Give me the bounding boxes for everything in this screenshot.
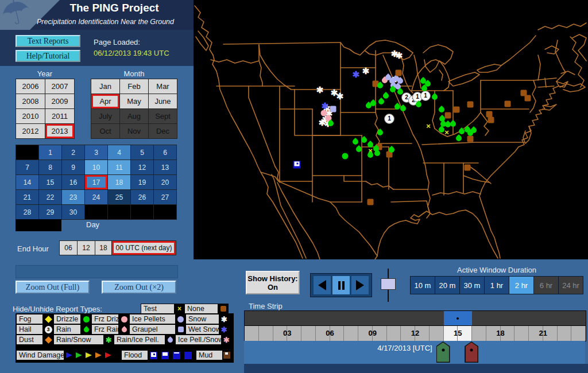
legend-label-wind-damage[interactable]: Wind Damage [17, 351, 64, 360]
strip-hour-cell-1[interactable] [259, 326, 273, 341]
strip-hour-cell-23[interactable] [571, 326, 586, 341]
year-cell-2008[interactable]: 2008 [16, 94, 45, 108]
legend-icon-cell-ice-pellets[interactable] [176, 314, 185, 324]
day-cell-13[interactable]: 13 [154, 160, 176, 174]
year-cell-2009[interactable]: 2009 [45, 94, 74, 108]
strip-hour-cell-6[interactable] [330, 326, 345, 341]
month-cell-feb[interactable]: Feb [120, 79, 148, 94]
legend-icon-cell-snow[interactable]: ✱ [219, 314, 229, 324]
strip-hour-cell-22[interactable] [558, 326, 572, 341]
day-cell-25[interactable]: 25 [108, 190, 130, 204]
legend-icon-cell-rain-ice[interactable] [165, 335, 175, 344]
strip-hour-cell-16[interactable] [472, 326, 486, 341]
year-cell-2007[interactable]: 2007 [45, 79, 74, 94]
legend-icon-cell-hail[interactable]: 3 [43, 325, 53, 334]
legend-icon-cell-flag-yellow[interactable] [84, 351, 93, 360]
legend-icon-cell-wet-snow[interactable]: ✱ [219, 325, 229, 334]
strip-hour-cell-10[interactable] [387, 326, 401, 341]
strip-hour-cell-14[interactable] [444, 326, 458, 341]
strip-hour-cell-7[interactable] [344, 326, 358, 341]
speed-slider-handle[interactable] [381, 278, 396, 290]
day-cell-26[interactable]: 26 [131, 190, 153, 204]
year-cell-2010[interactable]: 2010 [16, 109, 45, 123]
strip-hour-cell-3[interactable] [287, 326, 301, 341]
day-cell-30[interactable]: 30 [62, 205, 84, 219]
legend-label-mud[interactable]: Mud [196, 351, 222, 360]
day-cell-10[interactable]: 10 [85, 160, 107, 174]
legend-label-rain-snow[interactable]: Rain/Snow [54, 335, 103, 344]
show-history-button[interactable]: Show History: On [246, 271, 300, 294]
legend-icon-cell-test[interactable]: × [175, 304, 184, 313]
strip-hour-cell-5[interactable] [316, 326, 330, 341]
strip-hour-cell-21[interactable] [543, 326, 558, 341]
day-cell-11[interactable]: 11 [108, 160, 130, 174]
legend-label-frz-driz[interactable]: Frz Driz [92, 314, 118, 324]
month-cell-may[interactable]: May [120, 94, 148, 108]
zoom-out-full-button[interactable]: Zoom Out (Full) [16, 281, 90, 294]
strip-hour-cell-9[interactable] [373, 326, 387, 341]
end-hour-option-12[interactable]: 12 [78, 241, 95, 255]
legend-icon-cell-flag-red[interactable] [103, 351, 113, 360]
legend-icon-cell-drizzle[interactable] [81, 314, 91, 324]
day-cell-1[interactable]: 1 [39, 145, 61, 160]
awd-option-10m[interactable]: 10 m [411, 277, 435, 294]
day-cell-16[interactable]: 16 [62, 175, 84, 189]
legend-label-wet-snow[interactable]: Wet Snow [186, 325, 219, 334]
day-cell-14[interactable]: 14 [16, 175, 38, 189]
legend-icon-cell-frz-driz[interactable] [119, 314, 129, 324]
legend-label-frz-rain[interactable]: Frz Rain [92, 325, 118, 334]
legend-icon-cell-flood1[interactable] [160, 351, 171, 360]
legend-label-graupel[interactable]: Graupel [130, 325, 175, 334]
awd-option-20m[interactable]: 20 m [435, 277, 459, 294]
legend-label-flood[interactable]: Flood [122, 351, 148, 360]
strip-hour-cell-13[interactable] [430, 326, 444, 341]
day-cell-4[interactable]: 4 [108, 145, 130, 160]
legend-label-drizzle[interactable]: Drizzle [54, 314, 80, 324]
day-cell-2[interactable]: 2 [62, 145, 84, 160]
legend-label-none[interactable]: None [185, 304, 218, 313]
year-cell-2013[interactable]: 2013 [45, 124, 74, 138]
awd-option-30m[interactable]: 30 m [460, 277, 484, 294]
strip-hour-cell-17[interactable] [486, 326, 501, 341]
awd-option-1hr[interactable]: 1 hr [485, 277, 509, 294]
day-cell-28[interactable]: 28 [16, 205, 38, 219]
day-cell-5[interactable]: 5 [131, 145, 153, 160]
strip-hour-cell-8[interactable] [358, 326, 373, 341]
legend-icon-cell-graupel[interactable] [176, 325, 185, 334]
zoom-out-2x-button[interactable]: Zoom Out (×2) [102, 281, 176, 294]
year-cell-2012[interactable]: 2012 [16, 124, 45, 138]
legend-icon-cell-frz-rain[interactable] [119, 325, 129, 334]
legend-label-dust[interactable]: Dust [17, 335, 42, 344]
strip-hour-cell-19[interactable] [514, 326, 529, 341]
strip-hour-cell-12[interactable] [415, 326, 430, 341]
day-cell-27[interactable]: 27 [154, 190, 176, 204]
end-hour-option-00[interactable]: 00 UTC (next day) [112, 241, 176, 255]
legend-icon-cell-flag-green[interactable] [74, 351, 83, 360]
month-cell-mar[interactable]: Mar [149, 79, 177, 94]
strip-hour-cell-0[interactable] [245, 326, 259, 341]
year-cell-2011[interactable]: 2011 [45, 109, 74, 123]
day-cell-18[interactable]: 18 [108, 175, 130, 189]
day-cell-24[interactable]: 24 [85, 190, 107, 204]
strip-hour-cell-15[interactable] [458, 326, 472, 341]
legend-label-fog[interactable]: Fog [17, 314, 42, 324]
day-cell-6[interactable]: 6 [154, 145, 176, 160]
legend-icon-cell-flag-orange[interactable] [94, 351, 103, 360]
day-cell-20[interactable]: 20 [154, 175, 176, 189]
legend-icon-cell-dust[interactable] [43, 335, 53, 344]
day-cell-7[interactable]: 7 [16, 160, 38, 174]
legend-label-ice-pell-snow[interactable]: Ice Pell./Snow [176, 335, 221, 344]
legend-icon-cell-flag-blue[interactable] [64, 351, 74, 360]
legend-icon-cell-rain[interactable] [81, 325, 91, 334]
day-cell-29[interactable]: 29 [39, 205, 61, 219]
legend-label-snow[interactable]: Snow [186, 314, 219, 324]
day-cell-17[interactable]: 17 [85, 175, 107, 189]
day-cell-15[interactable]: 15 [39, 175, 61, 189]
month-cell-jan[interactable]: Jan [91, 79, 119, 94]
month-cell-apr[interactable]: Apr [91, 94, 119, 108]
day-cell-23[interactable]: 23 [62, 190, 84, 204]
day-cell-22[interactable]: 22 [39, 190, 61, 204]
end-hour-option-06[interactable]: 06 [60, 241, 77, 255]
legend-label-test[interactable]: Test [141, 304, 174, 313]
legend-icon-cell-ice-snow[interactable]: ✱ [222, 335, 231, 344]
